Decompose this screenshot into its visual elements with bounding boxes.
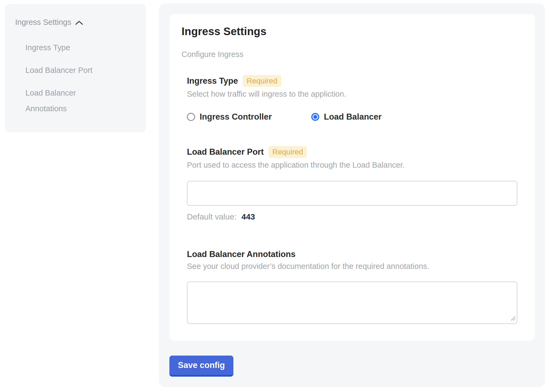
default-value-label: Default value:	[187, 212, 236, 221]
ingress-settings-card: Ingress Settings Configure Ingress Ingre…	[169, 14, 535, 341]
sidebar-item-load-balancer-port[interactable]: Load Balancer Port	[25, 62, 106, 78]
lb-annotations-textarea-wrap	[187, 282, 517, 324]
ingress-settings-panel: Ingress Settings Configure Ingress Ingre…	[159, 4, 545, 387]
lb-annotations-label: Load Balancer Annotations	[187, 249, 296, 259]
required-badge: Required	[243, 75, 281, 87]
radio-label-ingress-controller: Ingress Controller	[200, 112, 272, 122]
load-balancer-annotations-textarea[interactable]	[187, 282, 517, 324]
sidebar-item-list: Ingress Type Load Balancer Port Load Bal…	[25, 40, 106, 116]
save-config-button[interactable]: Save config	[169, 356, 233, 377]
lb-port-label: Load Balancer Port	[187, 147, 264, 157]
lb-port-heading-row: Load Balancer Port Required	[187, 146, 517, 158]
radio-label-load-balancer: Load Balancer	[324, 112, 382, 122]
sidebar-group-ingress-settings[interactable]: Ingress Settings	[15, 18, 138, 27]
load-balancer-port-input[interactable]	[187, 181, 517, 206]
radio-option-ingress-controller[interactable]: Ingress Controller	[187, 112, 272, 122]
section-load-balancer-annotations: Load Balancer Annotations See your cloud…	[187, 249, 517, 324]
page-subtitle: Configure Ingress	[182, 50, 517, 59]
ingress-type-radio-group: Ingress Controller Load Balancer	[187, 112, 517, 122]
lb-annotations-description: See your cloud provider’s documentation …	[187, 262, 517, 271]
ingress-type-description: Select how traffic will ingress to the a…	[187, 90, 517, 99]
ingress-type-heading-row: Ingress Type Required	[187, 75, 517, 87]
required-badge: Required	[269, 146, 307, 158]
radio-option-load-balancer[interactable]: Load Balancer	[311, 112, 382, 122]
ingress-type-label: Ingress Type	[187, 76, 238, 86]
form-sections: Ingress Type Required Select how traffic…	[187, 75, 517, 324]
lb-annotations-heading-row: Load Balancer Annotations	[187, 249, 517, 259]
radio-unselected-icon[interactable]	[187, 113, 195, 121]
radio-selected-icon[interactable]	[311, 113, 319, 121]
section-load-balancer-port: Load Balancer Port Required Port used to…	[187, 146, 517, 221]
sidebar-item-ingress-type[interactable]: Ingress Type	[25, 40, 106, 55]
chevron-up-icon	[75, 21, 83, 25]
lb-port-description: Port used to access the application thro…	[187, 161, 517, 170]
sidebar-item-load-balancer-annotations[interactable]: Load Balancer Annotations	[25, 85, 106, 116]
page-title: Ingress Settings	[182, 25, 517, 38]
default-value-number: 443	[242, 212, 255, 221]
section-ingress-type: Ingress Type Required Select how traffic…	[187, 75, 517, 122]
sidebar-group-label: Ingress Settings	[15, 18, 71, 27]
settings-sidebar: Ingress Settings Ingress Type Load Balan…	[5, 4, 146, 132]
lb-port-default-line: Default value: 443	[187, 212, 517, 221]
resize-handle-icon[interactable]	[510, 315, 516, 322]
